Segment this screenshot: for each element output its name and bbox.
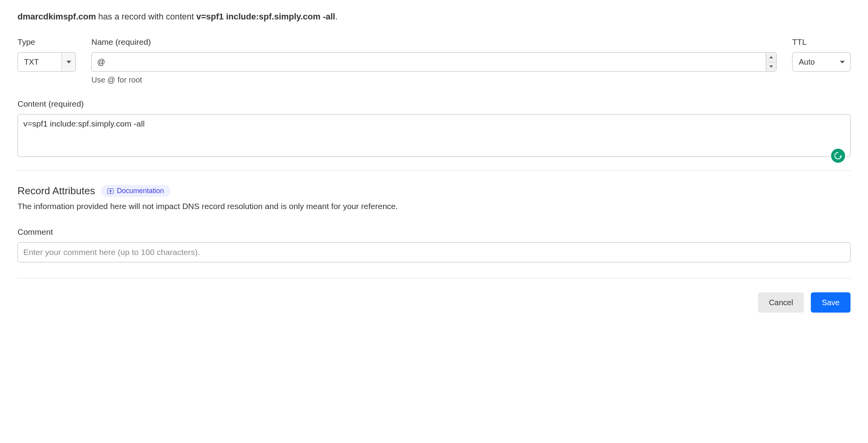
type-label: Type: [18, 37, 76, 47]
chevron-up-icon: [769, 56, 773, 58]
ttl-label: TTL: [792, 37, 850, 47]
type-select-arrow: [61, 53, 75, 71]
name-spinner-up[interactable]: [766, 53, 776, 62]
name-spinner-down[interactable]: [766, 62, 776, 72]
chevron-down-icon: [840, 61, 845, 63]
ttl-field-group: TTL Auto: [792, 37, 850, 72]
ttl-select[interactable]: Auto: [792, 52, 850, 72]
ttl-select-value: Auto: [793, 53, 835, 71]
notice-suffix: .: [335, 12, 338, 21]
documentation-link[interactable]: Documentation: [101, 185, 170, 197]
notice-content-value: v=spf1 include:spf.simply.com -all: [196, 12, 335, 21]
record-attributes-description: The information provided here will not i…: [18, 202, 850, 211]
book-icon: [107, 188, 114, 194]
notice-middle-text: has a record with content: [96, 12, 196, 21]
type-field-group: Type TXT: [18, 37, 76, 72]
documentation-label: Documentation: [117, 187, 164, 195]
record-attributes-title: Record Attributes: [18, 185, 95, 197]
grammarly-icon[interactable]: [831, 149, 845, 163]
comment-field-group: Comment: [18, 227, 850, 262]
form-actions: Cancel Save: [18, 292, 850, 313]
content-label: Content (required): [18, 99, 850, 109]
content-field-group: Content (required): [18, 99, 850, 159]
notice-domain: dmarcdkimspf.com: [18, 12, 96, 21]
save-button[interactable]: Save: [811, 292, 850, 313]
chevron-down-icon: [769, 65, 773, 68]
type-select[interactable]: TXT: [18, 52, 76, 72]
comment-input[interactable]: [18, 242, 850, 262]
name-label: Name (required): [91, 37, 777, 47]
comment-label: Comment: [18, 227, 850, 237]
cancel-button[interactable]: Cancel: [758, 292, 804, 313]
chevron-down-icon: [66, 61, 71, 63]
name-input[interactable]: [91, 52, 766, 72]
existing-record-notice: dmarcdkimspf.com has a record with conte…: [18, 12, 850, 22]
name-spinner: [766, 52, 777, 72]
ttl-select-arrow: [835, 53, 850, 71]
name-field-group: Name (required) Use @ for root: [91, 37, 777, 84]
content-textarea[interactable]: [18, 114, 850, 157]
type-select-value: TXT: [18, 53, 61, 71]
divider: [16, 278, 852, 278]
divider: [16, 171, 852, 171]
name-help-text: Use @ for root: [91, 76, 777, 84]
